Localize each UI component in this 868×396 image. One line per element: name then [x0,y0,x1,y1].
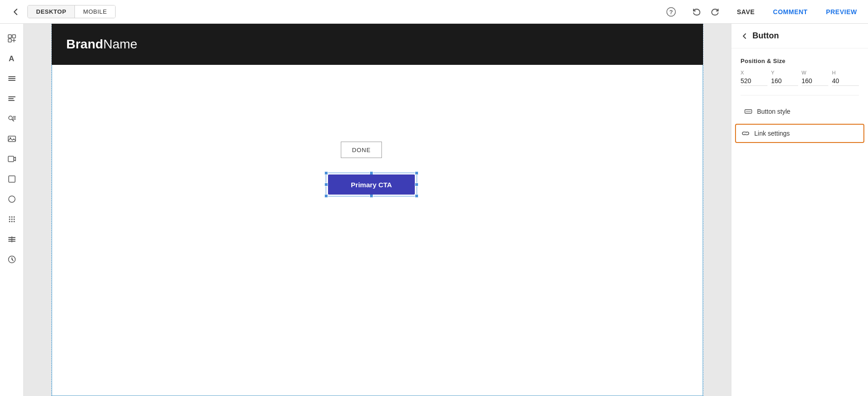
device-toggle: DESKTOP MOBILE [27,5,116,18]
canvas-frame: BrandName DONE Primary CTA [51,24,704,396]
search-with-list-icon[interactable] [3,110,21,128]
svg-point-25 [11,219,12,220]
svg-point-26 [13,219,15,220]
svg-rect-22 [9,176,15,182]
handle-ml[interactable] [324,183,328,186]
panel-title: Button [752,31,779,41]
redo-button[interactable] [708,5,722,19]
svg-point-23 [9,196,15,202]
toolbar-right: ? SAVE COMMENT PREVIEW [664,5,861,19]
canvas-inner: BrandName DONE Primary CTA [52,24,703,396]
toolbar: DESKTOP MOBILE ? SAVE [0,0,868,24]
button-style-icon [744,107,752,116]
handle-tr[interactable] [415,171,418,175]
grid-rows-icon[interactable] [3,230,21,248]
svg-point-30 [9,216,10,218]
canvas-area[interactable]: BrandName DONE Primary CTA [24,24,731,396]
done-button[interactable]: DONE [341,142,382,158]
field-y-value[interactable]: 160 [771,77,798,86]
handle-mr[interactable] [415,183,418,186]
svg-point-27 [9,221,10,222]
right-panel: Button Position & Size X 520 Y 160 W 160… [731,24,868,396]
svg-text:?: ? [669,9,673,16]
left-sidebar: A [0,24,24,396]
handle-bl[interactable] [324,194,328,198]
save-button[interactable]: SAVE [733,6,758,17]
text-icon[interactable]: A [3,49,21,68]
right-panel-header: Button [731,24,868,48]
field-w-value[interactable]: 160 [802,77,829,86]
field-y: Y 160 [771,70,798,86]
svg-text:A: A [9,54,14,63]
svg-point-28 [11,221,12,222]
position-size-grid: X 520 Y 160 W 160 H 40 [741,70,859,86]
field-x-value[interactable]: 520 [741,77,767,86]
button-style-option[interactable]: Button style [735,103,864,120]
panel-back-icon[interactable] [741,32,749,40]
video-icon[interactable] [3,150,21,168]
handle-br[interactable] [415,194,418,198]
field-y-label: Y [771,70,798,75]
desktop-button[interactable]: DESKTOP [28,5,74,18]
svg-rect-21 [8,156,14,162]
brand-normal: Name [103,37,138,51]
brand-logo: BrandName [66,37,138,52]
help-icon[interactable]: ? [664,5,678,19]
image-icon[interactable] [3,130,21,148]
svg-rect-2 [8,35,11,38]
link-settings-option[interactable]: Link settings [735,124,864,143]
comment-button[interactable]: COMMENT [769,6,811,17]
position-size-section: Position & Size X 520 Y 160 W 160 H 40 [731,48,868,103]
circle-icon[interactable] [3,190,21,208]
position-size-label: Position & Size [741,58,859,64]
list-icon[interactable] [3,90,21,108]
preview-button[interactable]: PREVIEW [822,6,861,17]
svg-point-31 [11,216,12,218]
svg-rect-6 [8,39,11,42]
undo-button[interactable] [689,5,704,19]
back-button[interactable] [7,4,24,20]
canvas-border [52,24,703,396]
box-icon[interactable] [3,170,21,188]
handle-bm[interactable] [370,194,373,198]
field-h-label: H [832,70,859,75]
field-w-label: W [802,70,829,75]
svg-point-14 [9,116,12,120]
svg-line-15 [12,120,14,121]
undo-redo-group [689,5,722,19]
field-h-value[interactable]: 40 [832,77,859,86]
button-style-label: Button style [757,108,790,115]
link-settings-icon [741,129,750,137]
field-x-label: X [741,70,767,75]
field-h: H 40 [832,70,859,86]
link-settings-label: Link settings [754,130,790,137]
add-element-icon[interactable] [3,29,21,48]
menu-horizontal-icon[interactable] [3,69,21,88]
primary-cta-button[interactable]: Primary CTA [328,174,415,195]
handle-tl[interactable] [324,171,328,175]
main-area: A [0,24,868,396]
brand-bold: Brand [66,37,103,51]
svg-rect-19 [8,136,16,142]
field-w: W 160 [802,70,829,86]
dots-icon[interactable] [3,210,21,228]
field-x: X 520 [741,70,767,86]
canvas-header: BrandName [52,24,703,65]
svg-point-32 [13,216,15,218]
svg-point-24 [9,219,10,220]
mobile-button[interactable]: MOBILE [74,5,115,18]
svg-point-29 [13,221,15,222]
history-icon[interactable] [3,250,21,269]
divider-1 [741,95,859,95]
svg-rect-3 [12,35,16,38]
